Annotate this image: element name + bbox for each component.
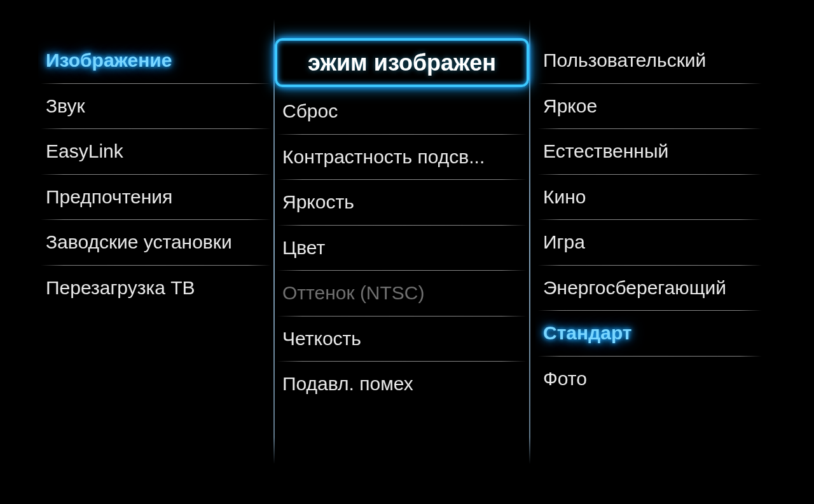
menu-item[interactable]: EasyLink bbox=[38, 129, 273, 174]
menu-item[interactable]: Звук bbox=[38, 84, 273, 129]
menu-item[interactable]: Энергосберегающий bbox=[535, 266, 764, 311]
menu-item[interactable]: Яркость bbox=[275, 180, 529, 225]
options-column: Пользовательский Яркое Естественный Кино… bbox=[535, 38, 764, 479]
menu-item-label: Фото bbox=[543, 368, 587, 389]
menu-item[interactable]: Игра bbox=[535, 220, 764, 265]
menu-item[interactable]: Яркое bbox=[535, 84, 764, 129]
menu-item-label: Естественный bbox=[543, 140, 668, 161]
menu-item[interactable]: Предпочтения bbox=[38, 175, 273, 220]
main-menu-column: Изображение Звук EasyLink Предпочтения З… bbox=[38, 38, 273, 479]
menu-item-label: Яркое bbox=[543, 95, 597, 116]
menu-item[interactable]: Стандарт bbox=[535, 311, 764, 356]
menu-item-label: Контрастность подсв... bbox=[282, 146, 485, 167]
menu-item[interactable]: Естественный bbox=[535, 129, 764, 174]
menu-item[interactable]: Контрастность подсв... bbox=[275, 135, 529, 180]
menu-item[interactable]: Цвет bbox=[275, 226, 529, 271]
menu-item[interactable]: Фото bbox=[535, 357, 764, 402]
menu-item[interactable]: эжим изображен bbox=[275, 38, 529, 87]
menu-item-label: Оттенок (NTSC) bbox=[282, 282, 425, 303]
menu-item-label: Предпочтения bbox=[46, 186, 172, 207]
menu-item-label: Цвет bbox=[282, 237, 325, 258]
menu-item-label: Изображение bbox=[46, 50, 172, 71]
column-divider bbox=[529, 19, 530, 464]
menu-item[interactable]: Оттенок (NTSC) bbox=[275, 271, 529, 316]
menu-item[interactable]: Пользовательский bbox=[535, 38, 764, 83]
menu-item-label: Сброс bbox=[282, 100, 338, 121]
menu-item-label: Пользовательский bbox=[543, 50, 706, 71]
menu-item-label: Заводские установки bbox=[46, 231, 232, 252]
menu-item[interactable]: Кино bbox=[535, 175, 764, 220]
menu-item[interactable]: Сброс bbox=[275, 89, 529, 134]
menu-item-label: Яркость bbox=[282, 191, 354, 212]
menu-item[interactable]: Перезагрузка ТВ bbox=[38, 266, 273, 311]
menu-item-label: Четкость bbox=[282, 328, 361, 349]
menu-item-label: эжим изображен bbox=[308, 50, 496, 76]
menu-item[interactable]: Четкость bbox=[275, 317, 529, 362]
submenu-column: эжим изображен Сброс Контрастность подсв… bbox=[275, 38, 529, 479]
menu-item-label: Стандарт bbox=[543, 322, 632, 343]
menu-item-label: Перезагрузка ТВ bbox=[46, 277, 195, 298]
menu-item-label: Кино bbox=[543, 186, 586, 207]
menu-item-label: Подавл. помех bbox=[282, 373, 413, 394]
tv-settings-menu: Изображение Звук EasyLink Предпочтения З… bbox=[0, 0, 814, 504]
menu-item-label: EasyLink bbox=[46, 140, 123, 161]
menu-item[interactable]: Подавл. помех bbox=[275, 362, 529, 407]
menu-item-label: Энергосберегающий bbox=[543, 277, 726, 298]
menu-item[interactable]: Изображение bbox=[38, 38, 273, 83]
menu-item-label: Звук bbox=[46, 95, 85, 116]
menu-item[interactable]: Заводские установки bbox=[38, 220, 273, 265]
menu-item-label: Игра bbox=[543, 231, 585, 252]
